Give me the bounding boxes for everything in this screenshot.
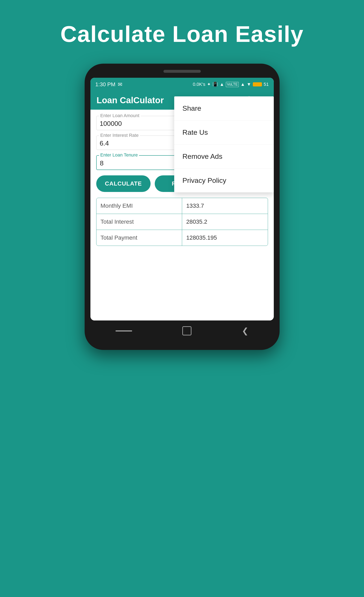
page-title: Calculate Loan Easily	[60, 21, 304, 47]
dropdown-menu: Share Rate Us Remove Ads Privacy Policy	[174, 96, 274, 192]
status-bar: 1:30 PM ✉ 0.0K's ✦ 📳 ▲ VoLTE ▲ ▼ 51	[90, 78, 274, 91]
status-left: 1:30 PM ✉	[95, 81, 123, 88]
menu-item-remove-ads[interactable]: Remove Ads	[174, 144, 274, 169]
vibrate-icon: 📳	[212, 82, 218, 87]
total-payment-value: 128035.195	[182, 230, 268, 246]
battery-indicator	[253, 82, 262, 86]
phone-shell: 1:30 PM ✉ 0.0K's ✦ 📳 ▲ VoLTE ▲ ▼ 51 Loan…	[85, 64, 280, 350]
wifi-icon: ▼	[247, 82, 251, 87]
status-center-text: 0.0K's	[193, 82, 205, 87]
nav-back-btn[interactable]	[116, 330, 132, 331]
phone-speaker	[163, 70, 201, 73]
app-bar-title: Loan CalCulator	[97, 95, 164, 105]
nav-home-btn[interactable]	[182, 326, 191, 335]
menu-item-share[interactable]: Share	[174, 96, 274, 120]
result-row-interest: Total Interest 28035.2	[96, 214, 268, 230]
loan-tenure-label: Enter Loan Tenure	[99, 152, 139, 158]
results-table: Monthly EMI 1333.7 Total Interest 28035.…	[96, 198, 268, 246]
status-message-icon: ✉	[118, 81, 122, 88]
volte-badge: VoLTE	[226, 82, 239, 87]
total-interest-label: Total Interest	[96, 214, 182, 230]
interest-rate-label: Enter Interest Rate	[99, 133, 140, 138]
signal-icon-2: ▲	[240, 82, 245, 87]
status-time: 1:30 PM	[95, 81, 116, 88]
loan-amount-label: Enter Loan Amount	[99, 113, 141, 118]
monthly-emi-label: Monthly EMI	[96, 198, 182, 214]
result-row-payment: Total Payment 128035.195	[96, 230, 268, 246]
status-right: 0.0K's ✦ 📳 ▲ VoLTE ▲ ▼ 51	[193, 82, 269, 87]
bluetooth-icon: ✦	[207, 82, 211, 87]
empty-space	[96, 246, 268, 312]
total-payment-label: Total Payment	[96, 230, 182, 246]
nav-recent-btn[interactable]: ❮	[242, 326, 248, 335]
total-interest-value: 28035.2	[182, 214, 268, 230]
phone-screen: 1:30 PM ✉ 0.0K's ✦ 📳 ▲ VoLTE ▲ ▼ 51 Loan…	[90, 78, 274, 321]
phone-nav-bar: ❮	[90, 321, 274, 338]
battery-percent: 51	[264, 82, 269, 87]
signal-icon: ▲	[220, 82, 224, 87]
monthly-emi-value: 1333.7	[182, 198, 268, 214]
menu-item-privacy-policy[interactable]: Privacy Policy	[174, 169, 274, 192]
calculate-button[interactable]: CALCULATE	[96, 175, 151, 192]
menu-item-rate-us[interactable]: Rate Us	[174, 120, 274, 144]
result-row-emi: Monthly EMI 1333.7	[96, 198, 268, 214]
